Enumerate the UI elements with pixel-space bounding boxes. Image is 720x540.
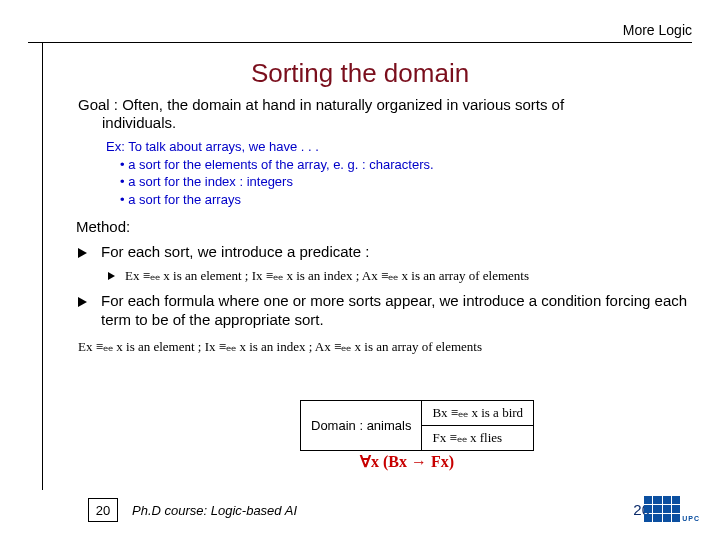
domain-table: Domain : animals Bx ≡ₑₑ x is a bird Fx ≡… [300, 400, 534, 451]
left-rule [42, 42, 43, 490]
slide-title: Sorting the domain [0, 58, 720, 89]
bullet-arrow-icon [78, 297, 87, 307]
example-item: a sort for the arrays [120, 191, 690, 209]
method-point-1: For each sort, we introduce a predicate … [78, 243, 690, 262]
footer: 20 Ph.D course: Logic-based AI 20 UPC [0, 492, 720, 522]
example-block: Ex: To talk about arrays, we have . . . … [106, 138, 690, 208]
example-item: a sort for the elements of the array, e.… [120, 156, 690, 174]
header-label: More Logic [623, 22, 692, 38]
definitions-line: Ex ≡ₑₑ x is an element ; Ix ≡ₑₑ x is an … [78, 339, 690, 355]
slide: More Logic Sorting the domain Goal : Oft… [0, 0, 720, 540]
goal-line1: Goal : Often, the domain at hand in natu… [78, 96, 564, 113]
goal-line2: individuals. [102, 114, 176, 131]
example-item-text: a sort for the elements of the array, e.… [128, 157, 433, 172]
top-rule [28, 42, 692, 43]
page-box: 20 [88, 498, 118, 522]
method-point-2-text: For each formula where one or more sorts… [101, 292, 690, 330]
example-item-text: a sort for the index : integers [128, 174, 293, 189]
upc-logo-icon [644, 496, 680, 522]
formula-red: ∀x (Bx → Fx) [360, 452, 454, 471]
example-item-text: a sort for the arrays [128, 192, 241, 207]
method-sub-1-text: Ex ≡ₑₑ x is an element ; Ix ≡ₑₑ x is an … [125, 268, 529, 284]
method-label: Method: [76, 218, 690, 235]
bullet-arrow-icon [108, 272, 115, 280]
method-point-1-text: For each sort, we introduce a predicate … [101, 243, 369, 262]
goal-text: Goal : Often, the domain at hand in natu… [78, 96, 690, 132]
example-intro: Ex: To talk about arrays, we have . . . [106, 138, 690, 156]
course-label: Ph.D course: Logic-based AI [132, 503, 297, 518]
upc-logo: UPC [682, 514, 700, 522]
table-domain-cell: Domain : animals [301, 401, 422, 451]
content-area: Goal : Often, the domain at hand in natu… [78, 96, 690, 355]
table-fx-cell: Fx ≡ₑₑ x flies [422, 426, 534, 451]
method-point-2: For each formula where one or more sorts… [78, 292, 690, 330]
upc-logo-text: UPC [682, 515, 700, 522]
bullet-arrow-icon [78, 248, 87, 258]
method-sub-1: Ex ≡ₑₑ x is an element ; Ix ≡ₑₑ x is an … [108, 268, 690, 284]
table-bx-cell: Bx ≡ₑₑ x is a bird [422, 401, 534, 426]
example-item: a sort for the index : integers [120, 173, 690, 191]
